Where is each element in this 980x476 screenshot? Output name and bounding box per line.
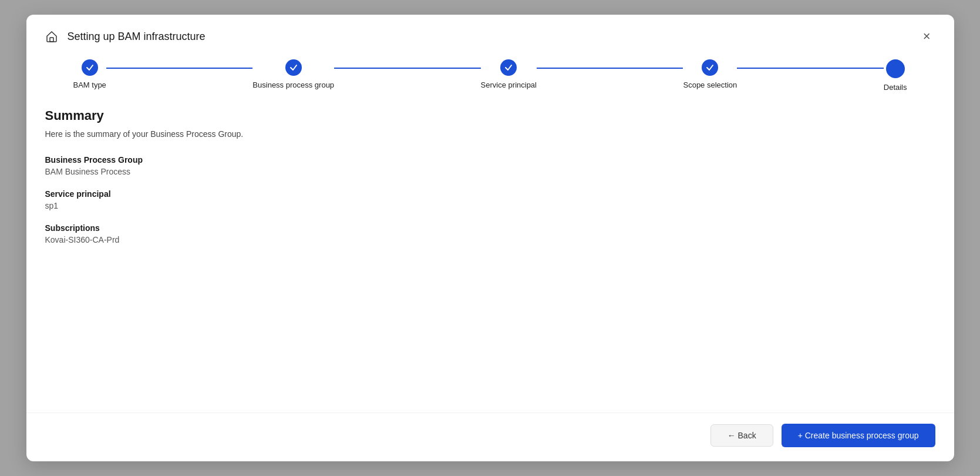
svg-rect-0 — [50, 38, 53, 42]
connector-4 — [737, 68, 884, 69]
step-business-process-group: Business process group — [252, 59, 334, 89]
modal-footer: ← Back + Create business process group — [26, 413, 954, 461]
step-label-service-principal: Service principal — [481, 81, 537, 89]
connector-1 — [106, 68, 253, 69]
house-icon — [45, 30, 58, 43]
step-service-principal: Service principal — [481, 59, 537, 89]
step-label-bam-type: BAM type — [73, 81, 106, 89]
summary-title: Summary — [45, 108, 935, 123]
step-dot-scope-selection — [702, 59, 718, 76]
modal-overlay: Setting up BAM infrastructure × BAM type… — [0, 0, 980, 476]
summary-label-sp: Service principal — [45, 189, 935, 199]
step-dot-business-process-group — [285, 59, 302, 76]
step-scope-selection: Scope selection — [683, 59, 737, 89]
stepper: BAM type Business process group Service … — [26, 45, 954, 92]
summary-value-bpg: BAM Business Process — [45, 167, 935, 176]
modal-header: Setting up BAM infrastructure × — [26, 15, 954, 45]
summary-label-bpg: Business Process Group — [45, 155, 935, 165]
step-label-business-process-group: Business process group — [252, 81, 334, 89]
summary-value-sp: sp1 — [45, 201, 935, 210]
summary-label-subs: Subscriptions — [45, 223, 935, 233]
back-button[interactable]: ← Back — [710, 424, 773, 447]
close-button[interactable]: × — [918, 28, 935, 45]
connector-2 — [334, 68, 481, 69]
summary-section-bpg: Business Process Group BAM Business Proc… — [45, 155, 935, 176]
summary-value-subs: Kovai-SI360-CA-Prd — [45, 235, 935, 244]
summary-description: Here is the summary of your Business Pro… — [45, 129, 935, 139]
summary-section-sp: Service principal sp1 — [45, 189, 935, 210]
step-details: Details — [884, 59, 907, 92]
create-button[interactable]: + Create business process group — [782, 424, 935, 447]
step-label-details: Details — [884, 83, 907, 92]
step-dot-details — [886, 59, 905, 78]
modal-title: Setting up BAM infrastructure — [68, 31, 911, 43]
summary-section-subs: Subscriptions Kovai-SI360-CA-Prd — [45, 223, 935, 244]
step-label-scope-selection: Scope selection — [683, 81, 737, 89]
modal-dialog: Setting up BAM infrastructure × BAM type… — [26, 15, 954, 461]
step-bam-type: BAM type — [73, 59, 106, 89]
step-dot-service-principal — [500, 59, 517, 76]
step-dot-bam-type — [82, 59, 98, 76]
connector-3 — [537, 68, 683, 69]
modal-content: Summary Here is the summary of your Busi… — [26, 92, 954, 413]
